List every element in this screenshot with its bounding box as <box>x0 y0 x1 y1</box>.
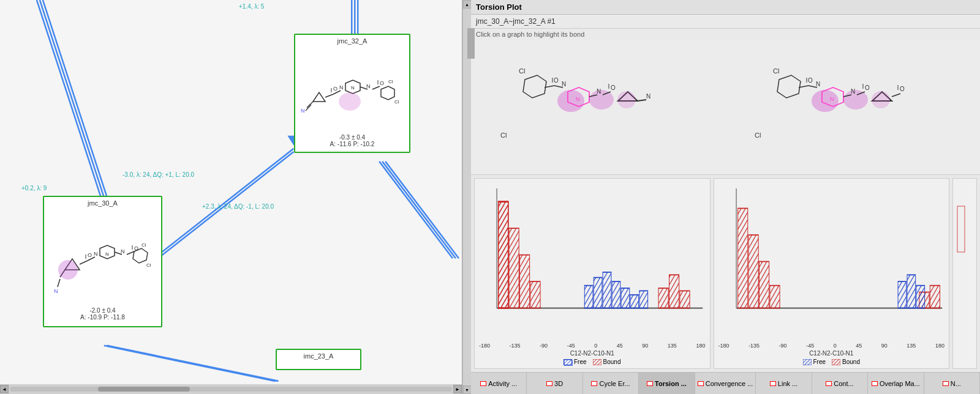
molecule-1-container: Cl Cl O N <box>477 46 720 168</box>
svg-rect-135 <box>916 286 924 308</box>
tab-cycle-er[interactable]: Cycle Er... <box>583 373 639 394</box>
svg-point-30 <box>339 92 361 111</box>
tab-link[interactable]: Link ... <box>756 373 812 394</box>
svg-line-5 <box>43 0 110 207</box>
svg-rect-136 <box>803 359 812 365</box>
right-scrollbar[interactable]: ▲ ▼ <box>462 0 471 394</box>
free-label-1: Free <box>574 359 587 365</box>
svg-line-3 <box>37 0 104 207</box>
svg-text:O: O <box>900 86 905 92</box>
svg-point-96 <box>872 91 890 108</box>
svg-text:Cl: Cl <box>141 242 146 248</box>
svg-text:O: O <box>333 86 337 92</box>
tab-overlap-ma[interactable]: Overlap Ma... <box>868 373 924 394</box>
svg-text:N: N <box>54 288 58 294</box>
tab-3d[interactable]: 3D <box>527 373 582 394</box>
svg-marker-27 <box>381 86 394 100</box>
tab-activity[interactable]: Activity ... <box>471 373 527 394</box>
svg-rect-134 <box>907 275 916 308</box>
node-jmc32a-title: jmc_32_A <box>298 37 407 45</box>
chart-1-canvas <box>478 182 707 341</box>
tab-n-icon <box>943 381 949 386</box>
scroll-right-btn[interactable]: ► <box>453 385 462 393</box>
molecule-2-svg: Cl Cl O N <box>742 52 963 162</box>
svg-line-35 <box>80 261 88 264</box>
svg-rect-119 <box>564 360 573 366</box>
tab-cont[interactable]: Cont... <box>812 373 868 394</box>
tab-bar: Activity ... 3D Cycle Er... Torsion ... <box>471 372 980 394</box>
tab-cont-label: Cont... <box>834 380 853 387</box>
tab-convergence[interactable]: Convergence ... <box>695 373 756 394</box>
svg-line-12 <box>107 346 279 381</box>
molecule-1-svg: Cl Cl O N <box>488 52 709 162</box>
node-jmc30a-detail: A: -10.9 P: -11.8 <box>47 314 159 321</box>
tab-overlap-label: Overlap Ma... <box>880 380 920 387</box>
scroll-left-btn[interactable]: ◄ <box>0 385 9 393</box>
node-jmc30a-score: -2.0 ± 0.4 <box>47 307 159 314</box>
node-jmc32a-score: -0.3 ± 0.4 <box>298 134 407 141</box>
svg-line-51 <box>58 279 60 287</box>
edge-label-2: -3.0, λ: 24, ΔQ: +1, L: 20.0 <box>123 171 194 178</box>
molecule-jmc30a-svg: O N N N O Cl Cl <box>47 209 159 305</box>
tab-cont-icon <box>826 381 832 386</box>
chart-1[interactable]: -180-135-90-45 04590135180 C12-N2-C10-N1… <box>474 178 710 369</box>
histogram-1-svg <box>478 182 707 341</box>
svg-rect-105 <box>499 202 508 308</box>
tab-3d-icon <box>546 381 552 386</box>
svg-marker-77 <box>777 75 801 98</box>
chart-3[interactable] <box>952 178 977 369</box>
tab-overlap-icon <box>872 381 878 386</box>
chart-2[interactable]: -180-135-90-45 04590135180 C12-N2-C10-N1… <box>714 178 950 369</box>
svg-rect-137 <box>832 359 840 365</box>
svg-text:N: N <box>351 85 355 91</box>
svg-text:N: N <box>576 96 580 102</box>
edge-label-3: +2.3, λ: 24, ΔQ: -1, L: 20.0 <box>202 203 274 210</box>
node-jmc32a[interactable]: jmc_32_A O N N N O <box>294 34 410 153</box>
svg-text:N: N <box>562 81 566 87</box>
svg-text:N: N <box>94 251 98 257</box>
node-jmc30a[interactable]: jmc_30_A O N N N O <box>43 196 162 327</box>
node-imc23a[interactable]: imc_23_A <box>276 349 361 370</box>
svg-line-31 <box>307 102 313 108</box>
bound-swatch-2 <box>832 359 840 365</box>
tab-n[interactable]: N... <box>924 373 980 394</box>
svg-line-72 <box>638 100 646 101</box>
svg-rect-120 <box>593 359 601 365</box>
svg-text:Cl: Cl <box>500 132 507 139</box>
free-swatch-1 <box>564 359 572 365</box>
scroll-up-btn[interactable]: ▲ <box>463 0 472 9</box>
svg-text:Cl: Cl <box>146 262 151 268</box>
svg-text:N: N <box>339 84 344 91</box>
chart-2-legend: Free Bound <box>717 359 946 365</box>
chart-2-x-axis: -180-135-90-45 04590135180 <box>717 343 946 349</box>
svg-rect-117 <box>630 295 639 308</box>
chart-1-bond-label: C12-N2-C10-N1 <box>478 350 707 357</box>
svg-rect-129 <box>759 262 769 308</box>
svg-rect-133 <box>898 281 907 308</box>
svg-text:N: N <box>646 93 650 100</box>
svg-line-44 <box>127 251 134 255</box>
tab-cycle-er-label: Cycle Er... <box>599 380 630 387</box>
edge-label-1: +0.2, λ: 9 <box>21 185 47 191</box>
svg-rect-138 <box>957 206 965 252</box>
tab-torsion[interactable]: Torsion ... <box>639 373 695 394</box>
svg-text:Cl: Cl <box>519 67 525 75</box>
right-panel-instruction: Click on a graph to highlight its bond <box>471 29 980 40</box>
scroll-thumb-v[interactable] <box>467 28 475 59</box>
svg-rect-112 <box>584 286 593 308</box>
scroll-thumb[interactable] <box>98 387 190 392</box>
right-panel-subtitle: jmc_30_A~jmc_32_A #1 <box>471 15 980 29</box>
chart-2-bound-legend: Bound <box>832 359 860 365</box>
tab-convergence-label: Convergence ... <box>706 380 753 387</box>
right-content: Torsion Plot jmc_30_A~jmc_32_A #1 Click … <box>471 0 980 394</box>
svg-rect-115 <box>612 281 620 308</box>
svg-text:N: N <box>301 108 305 114</box>
chart-2-canvas <box>717 182 946 341</box>
left-panel: jmc_32_A O N N N O <box>0 0 462 394</box>
svg-rect-110 <box>669 275 679 308</box>
svg-marker-47 <box>133 248 148 263</box>
left-scrollbar[interactable]: ◄ ► <box>0 384 462 394</box>
scroll-down-btn[interactable]: ▼ <box>463 385 472 394</box>
tab-torsion-label: Torsion ... <box>655 380 687 387</box>
svg-text:Cl: Cl <box>388 79 393 84</box>
